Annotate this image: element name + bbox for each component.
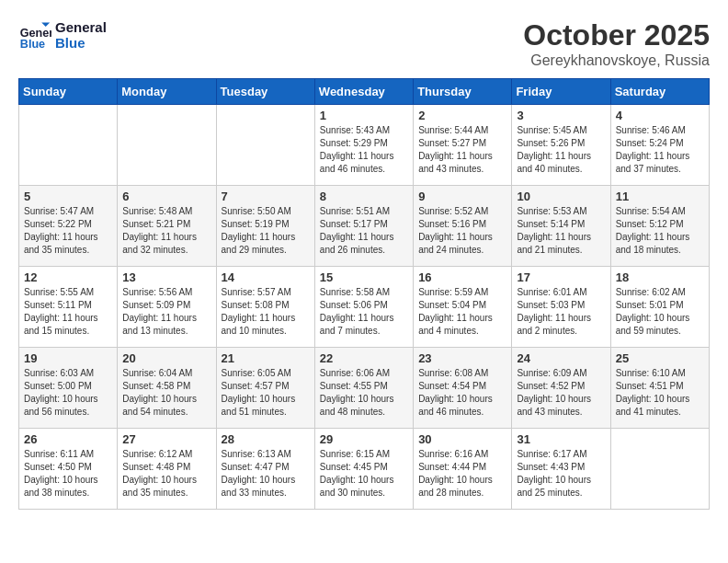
calendar-cell: 23Sunrise: 6:08 AM Sunset: 4:54 PM Dayli…	[414, 348, 512, 429]
weekday-header-saturday: Saturday	[610, 79, 709, 105]
calendar-cell: 17Sunrise: 6:01 AM Sunset: 5:03 PM Dayli…	[512, 267, 610, 348]
day-info: Sunrise: 6:12 AM Sunset: 4:48 PM Dayligh…	[122, 448, 210, 500]
day-number: 30	[418, 432, 506, 446]
day-info: Sunrise: 6:01 AM Sunset: 5:03 PM Dayligh…	[517, 286, 605, 338]
calendar-cell: 7Sunrise: 5:50 AM Sunset: 5:19 PM Daylig…	[216, 186, 314, 267]
calendar-week-2: 5Sunrise: 5:47 AM Sunset: 5:22 PM Daylig…	[19, 186, 710, 267]
calendar-cell: 26Sunrise: 6:11 AM Sunset: 4:50 PM Dayli…	[19, 429, 118, 510]
calendar-cell: 6Sunrise: 5:48 AM Sunset: 5:21 PM Daylig…	[118, 186, 216, 267]
day-info: Sunrise: 6:17 AM Sunset: 4:43 PM Dayligh…	[517, 448, 605, 500]
calendar-cell: 24Sunrise: 6:09 AM Sunset: 4:52 PM Dayli…	[512, 348, 610, 429]
calendar-cell: 11Sunrise: 5:54 AM Sunset: 5:12 PM Dayli…	[610, 186, 709, 267]
calendar-cell: 4Sunrise: 5:46 AM Sunset: 5:24 PM Daylig…	[610, 105, 709, 186]
logo-line1: General	[55, 19, 107, 35]
day-number: 22	[320, 351, 408, 365]
day-info: Sunrise: 5:55 AM Sunset: 5:11 PM Dayligh…	[24, 286, 112, 338]
month-title: October 2025	[523, 18, 710, 52]
calendar-cell	[216, 105, 314, 186]
day-info: Sunrise: 5:50 AM Sunset: 5:19 PM Dayligh…	[222, 205, 310, 257]
day-info: Sunrise: 5:52 AM Sunset: 5:16 PM Dayligh…	[418, 205, 506, 257]
weekday-header-tuesday: Tuesday	[216, 79, 314, 105]
location: Gereykhanovskoye, Russia	[523, 52, 710, 69]
day-number: 10	[517, 190, 605, 203]
day-info: Sunrise: 5:54 AM Sunset: 5:12 PM Dayligh…	[616, 205, 704, 257]
calendar-cell: 19Sunrise: 6:03 AM Sunset: 5:00 PM Dayli…	[19, 348, 118, 429]
day-number: 8	[320, 190, 408, 203]
calendar-cell: 13Sunrise: 5:56 AM Sunset: 5:09 PM Dayli…	[118, 267, 216, 348]
calendar-week-4: 19Sunrise: 6:03 AM Sunset: 5:00 PM Dayli…	[19, 348, 710, 429]
day-number: 21	[222, 351, 310, 365]
calendar-cell: 31Sunrise: 6:17 AM Sunset: 4:43 PM Dayli…	[512, 429, 610, 510]
day-number: 31	[517, 432, 605, 446]
weekday-header-thursday: Thursday	[414, 79, 512, 105]
calendar-cell: 15Sunrise: 5:58 AM Sunset: 5:06 PM Dayli…	[314, 267, 413, 348]
calendar-cell: 5Sunrise: 5:47 AM Sunset: 5:22 PM Daylig…	[19, 186, 118, 267]
day-number: 19	[24, 351, 112, 365]
calendar-cell: 25Sunrise: 6:10 AM Sunset: 4:51 PM Dayli…	[610, 348, 709, 429]
day-info: Sunrise: 6:05 AM Sunset: 4:57 PM Dayligh…	[222, 367, 310, 419]
calendar-cell: 18Sunrise: 6:02 AM Sunset: 5:01 PM Dayli…	[610, 267, 709, 348]
day-number: 23	[418, 351, 506, 365]
page-header: General Blue General Blue October 2025 G…	[18, 18, 710, 69]
calendar-cell: 9Sunrise: 5:52 AM Sunset: 5:16 PM Daylig…	[414, 186, 512, 267]
day-info: Sunrise: 6:08 AM Sunset: 4:54 PM Dayligh…	[418, 367, 506, 419]
calendar-week-1: 1Sunrise: 5:43 AM Sunset: 5:29 PM Daylig…	[19, 105, 710, 186]
calendar-cell: 8Sunrise: 5:51 AM Sunset: 5:17 PM Daylig…	[314, 186, 413, 267]
calendar-cell: 16Sunrise: 5:59 AM Sunset: 5:04 PM Dayli…	[414, 267, 512, 348]
day-info: Sunrise: 5:53 AM Sunset: 5:14 PM Dayligh…	[517, 205, 605, 257]
day-info: Sunrise: 6:13 AM Sunset: 4:47 PM Dayligh…	[222, 448, 310, 500]
day-number: 16	[418, 270, 506, 284]
day-number: 6	[122, 190, 210, 203]
calendar-cell	[19, 105, 118, 186]
logo-icon: General Blue	[18, 18, 51, 52]
day-number: 14	[222, 270, 310, 284]
day-number: 1	[320, 109, 408, 122]
calendar-cell: 1Sunrise: 5:43 AM Sunset: 5:29 PM Daylig…	[314, 105, 413, 186]
day-info: Sunrise: 5:51 AM Sunset: 5:17 PM Dayligh…	[320, 205, 408, 257]
calendar-table: SundayMondayTuesdayWednesdayThursdayFrid…	[18, 78, 710, 510]
weekday-header-sunday: Sunday	[19, 79, 118, 105]
day-info: Sunrise: 6:11 AM Sunset: 4:50 PM Dayligh…	[24, 448, 112, 500]
day-number: 9	[418, 190, 506, 203]
day-number: 11	[616, 190, 704, 203]
day-number: 13	[122, 270, 210, 284]
weekday-header-wednesday: Wednesday	[314, 79, 413, 105]
calendar-cell: 22Sunrise: 6:06 AM Sunset: 4:55 PM Dayli…	[314, 348, 413, 429]
day-info: Sunrise: 6:04 AM Sunset: 4:58 PM Dayligh…	[122, 367, 210, 419]
weekday-header-friday: Friday	[512, 79, 610, 105]
day-info: Sunrise: 5:56 AM Sunset: 5:09 PM Dayligh…	[122, 286, 210, 338]
day-number: 26	[24, 432, 112, 446]
calendar-cell: 20Sunrise: 6:04 AM Sunset: 4:58 PM Dayli…	[118, 348, 216, 429]
day-number: 18	[616, 270, 704, 284]
weekday-header-row: SundayMondayTuesdayWednesdayThursdayFrid…	[19, 79, 710, 105]
calendar-cell: 14Sunrise: 5:57 AM Sunset: 5:08 PM Dayli…	[216, 267, 314, 348]
title-block: October 2025 Gereykhanovskoye, Russia	[523, 18, 710, 69]
calendar-cell: 29Sunrise: 6:15 AM Sunset: 4:45 PM Dayli…	[314, 429, 413, 510]
day-info: Sunrise: 5:43 AM Sunset: 5:29 PM Dayligh…	[320, 124, 408, 176]
day-number: 3	[517, 109, 605, 122]
calendar-cell: 3Sunrise: 5:45 AM Sunset: 5:26 PM Daylig…	[512, 105, 610, 186]
logo-line2: Blue	[55, 35, 107, 51]
svg-text:Blue: Blue	[20, 38, 45, 51]
calendar-week-5: 26Sunrise: 6:11 AM Sunset: 4:50 PM Dayli…	[19, 429, 710, 510]
calendar-week-3: 12Sunrise: 5:55 AM Sunset: 5:11 PM Dayli…	[19, 267, 710, 348]
day-info: Sunrise: 6:16 AM Sunset: 4:44 PM Dayligh…	[418, 448, 506, 500]
day-info: Sunrise: 5:47 AM Sunset: 5:22 PM Dayligh…	[24, 205, 112, 257]
day-number: 25	[616, 351, 704, 365]
day-number: 15	[320, 270, 408, 284]
day-number: 24	[517, 351, 605, 365]
day-number: 7	[222, 190, 310, 203]
day-info: Sunrise: 5:59 AM Sunset: 5:04 PM Dayligh…	[418, 286, 506, 338]
calendar-cell: 30Sunrise: 6:16 AM Sunset: 4:44 PM Dayli…	[414, 429, 512, 510]
day-info: Sunrise: 6:03 AM Sunset: 5:00 PM Dayligh…	[24, 367, 112, 419]
day-info: Sunrise: 6:10 AM Sunset: 4:51 PM Dayligh…	[616, 367, 704, 419]
calendar-cell: 12Sunrise: 5:55 AM Sunset: 5:11 PM Dayli…	[19, 267, 118, 348]
calendar-cell: 10Sunrise: 5:53 AM Sunset: 5:14 PM Dayli…	[512, 186, 610, 267]
day-number: 17	[517, 270, 605, 284]
day-info: Sunrise: 5:44 AM Sunset: 5:27 PM Dayligh…	[418, 124, 506, 176]
day-info: Sunrise: 5:46 AM Sunset: 5:24 PM Dayligh…	[616, 124, 704, 176]
day-number: 2	[418, 109, 506, 122]
day-info: Sunrise: 5:48 AM Sunset: 5:21 PM Dayligh…	[122, 205, 210, 257]
calendar-cell: 2Sunrise: 5:44 AM Sunset: 5:27 PM Daylig…	[414, 105, 512, 186]
day-info: Sunrise: 6:09 AM Sunset: 4:52 PM Dayligh…	[517, 367, 605, 419]
